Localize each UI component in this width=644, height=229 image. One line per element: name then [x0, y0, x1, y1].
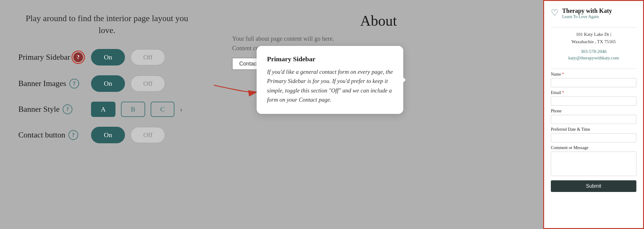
name-required-star: *: [562, 72, 564, 77]
contact-button-row: Contact button ? On Off: [18, 127, 196, 143]
banner-style-label: Banner Style ?: [18, 104, 86, 114]
sidebar-phone: 303-578-2046: [551, 49, 636, 54]
about-subtitle-text: Your full about page content will go her…: [232, 35, 525, 42]
primary-sidebar-label: Primary Sidebar ?: [18, 52, 86, 62]
banner-images-off-button[interactable]: Off: [130, 75, 165, 92]
sidebar-email: katy@therapywithkaty.com: [551, 55, 636, 61]
left-panel: Play around to find the interior page la…: [0, 0, 214, 229]
brand-tagline: Learn To Love Again: [562, 14, 612, 19]
arrow-overlay: [214, 0, 543, 229]
about-title: About: [232, 12, 525, 29]
email-label: Email *: [551, 90, 636, 95]
sidebar-address: 101 Katy Lake Dr | Waxahachie , TX 75165: [551, 31, 636, 45]
heart-icon: ♡: [551, 8, 558, 18]
brand-name: Therapy with Katy: [562, 7, 612, 14]
primary-sidebar-tooltip: Primary Sidebar If you'd like a general …: [257, 46, 403, 114]
email-input[interactable]: [551, 96, 636, 106]
message-label: Comment or Message: [551, 145, 636, 150]
banner-images-on-button[interactable]: On: [91, 75, 125, 92]
contact-button-off-button[interactable]: Off: [130, 127, 165, 143]
divider-1: [551, 27, 636, 28]
name-label: Name *: [551, 72, 636, 77]
intro-text: Play around to find the interior page la…: [18, 12, 196, 36]
primary-sidebar-help-icon[interactable]: ?: [73, 52, 83, 62]
name-input[interactable]: [551, 78, 636, 87]
sidebar-brand: ♡ Therapy with Katy Learn To Love Again: [551, 7, 636, 19]
date-label: Preferred Date & Time: [551, 127, 636, 132]
contact-button-on-button[interactable]: On: [91, 127, 125, 143]
banner-style-row: Banner Style ? A B C ›: [18, 102, 196, 117]
banner-images-label: Banner Images ?: [18, 79, 86, 88]
contact-button-label: Contact button ?: [18, 130, 86, 140]
tooltip-text: If you'd like a general contact form on …: [267, 67, 393, 105]
banner-style-b-button[interactable]: B: [121, 102, 145, 117]
banner-style-help-icon[interactable]: ?: [63, 104, 72, 114]
center-panel: About Your full about page content will …: [214, 0, 543, 229]
banner-images-help-icon[interactable]: ?: [69, 79, 79, 88]
banner-style-chevron-icon[interactable]: ›: [180, 105, 182, 114]
primary-sidebar-on-button[interactable]: On: [91, 49, 125, 66]
contact-button-help-icon[interactable]: ?: [68, 130, 78, 140]
banner-images-row: Banner Images ? On Off: [18, 75, 196, 92]
date-input[interactable]: [551, 133, 636, 142]
primary-sidebar-row: Primary Sidebar ? On Off: [18, 49, 196, 66]
primary-sidebar-off-button[interactable]: Off: [130, 49, 165, 66]
phone-label: Phone: [551, 109, 636, 114]
banner-style-a-button[interactable]: A: [91, 102, 115, 117]
phone-input[interactable]: [551, 115, 636, 124]
banner-style-c-button[interactable]: C: [151, 102, 175, 117]
divider-2: [551, 69, 636, 69]
submit-button[interactable]: Submit: [551, 180, 636, 192]
email-required-star: *: [562, 90, 564, 95]
message-textarea[interactable]: [551, 152, 636, 176]
tooltip-title: Primary Sidebar: [267, 55, 393, 63]
right-sidebar: ♡ Therapy with Katy Learn To Love Again …: [543, 0, 644, 229]
